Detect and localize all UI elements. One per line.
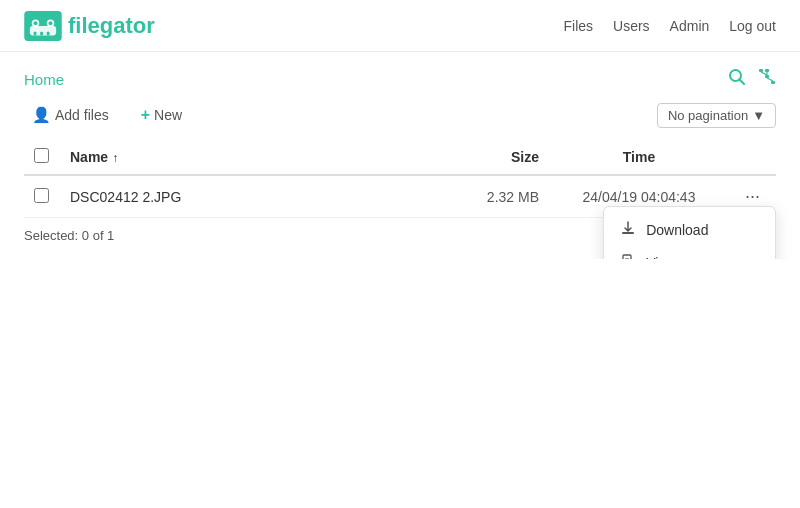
svg-rect-7 — [40, 31, 43, 35]
header: filegator Files Users Admin Log out — [0, 0, 800, 52]
file-name: DSC02412 2.JPG — [60, 175, 429, 218]
dropdown-view[interactable]: View — [604, 246, 775, 259]
dropdown-download[interactable]: Download — [604, 213, 775, 246]
sitemap-icon[interactable] — [758, 68, 776, 90]
col-name: Name↑ — [60, 140, 429, 175]
nav-users[interactable]: Users — [613, 18, 650, 34]
file-size: 2.32 MB — [429, 175, 549, 218]
pagination-select[interactable]: No pagination ▼ — [657, 103, 776, 128]
file-table: Name↑ Size Time DSC02412 2.JPG 2.32 MB 2… — [24, 140, 776, 218]
svg-point-4 — [34, 21, 38, 25]
breadcrumb[interactable]: Home — [24, 71, 64, 88]
select-all-cell — [24, 140, 60, 175]
table-row: DSC02412 2.JPG 2.32 MB 24/04/19 04:04:43… — [24, 175, 776, 218]
svg-point-5 — [49, 21, 53, 25]
upload-icon: 👤 — [32, 106, 51, 124]
plus-icon: + — [141, 106, 150, 124]
view-icon — [620, 254, 636, 259]
toolbar-left: 👤 Add files + New — [24, 102, 190, 128]
svg-line-10 — [740, 80, 745, 85]
download-icon — [620, 221, 636, 238]
breadcrumb-actions — [728, 68, 776, 90]
sort-arrow: ↑ — [112, 151, 118, 165]
svg-rect-12 — [765, 75, 769, 78]
select-all-checkbox[interactable] — [34, 148, 49, 163]
svg-rect-6 — [34, 31, 37, 35]
svg-rect-18 — [622, 232, 634, 234]
table-header: Name↑ Size Time — [24, 140, 776, 175]
main-nav: Files Users Admin Log out — [563, 18, 776, 34]
svg-rect-11 — [759, 69, 763, 72]
actions-cell: ··· Download View — [729, 175, 776, 218]
table-body: DSC02412 2.JPG 2.32 MB 24/04/19 04:04:43… — [24, 175, 776, 218]
svg-rect-14 — [765, 69, 769, 72]
svg-line-17 — [767, 78, 773, 81]
logo-icon — [24, 11, 62, 41]
main-content: Home — [0, 52, 800, 259]
add-files-button[interactable]: 👤 Add files — [24, 102, 117, 128]
search-icon[interactable] — [728, 68, 746, 90]
new-button[interactable]: + New — [133, 102, 190, 128]
breadcrumb-row: Home — [24, 68, 776, 90]
row-checkbox-cell — [24, 175, 60, 218]
col-time: Time — [549, 140, 729, 175]
svg-line-15 — [761, 72, 767, 75]
logo-text: filegator — [68, 13, 155, 39]
nav-admin[interactable]: Admin — [670, 18, 710, 34]
svg-rect-8 — [47, 31, 50, 35]
col-actions — [729, 140, 776, 175]
toolbar: 👤 Add files + New No pagination ▼ — [24, 102, 776, 128]
svg-rect-19 — [623, 255, 631, 259]
nav-logout[interactable]: Log out — [729, 18, 776, 34]
dropdown-menu: Download View Copy — [603, 206, 776, 259]
nav-files[interactable]: Files — [563, 18, 593, 34]
svg-rect-13 — [771, 81, 775, 84]
chevron-down-icon: ▼ — [752, 108, 765, 123]
row-checkbox[interactable] — [34, 188, 49, 203]
col-size: Size — [429, 140, 549, 175]
logo: filegator — [24, 11, 155, 41]
